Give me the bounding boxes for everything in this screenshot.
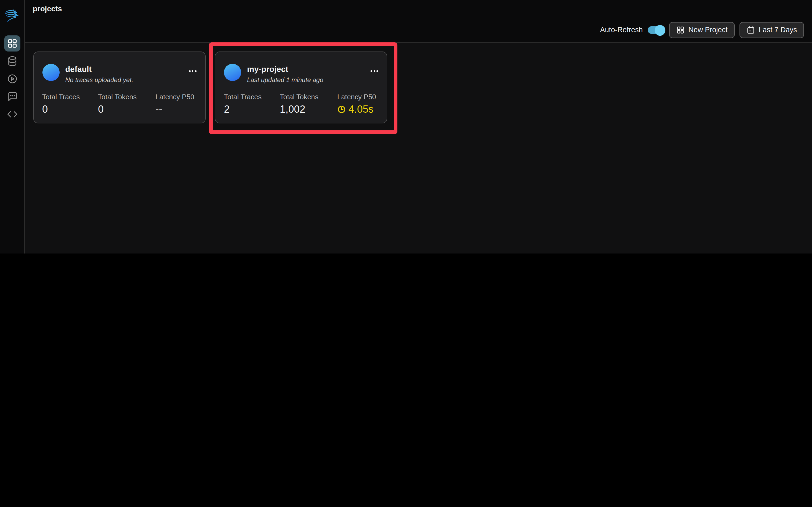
projects-grid: default No traces uploaded yet. Total Tr… [25, 43, 812, 253]
project-card-my-project[interactable]: my-project Last updated 1 minute ago Tot… [215, 52, 387, 123]
stat-total-tokens: Total Tokens 0 [98, 93, 155, 115]
app-window: projects Auto-Refresh New Project Last 7… [0, 0, 812, 253]
project-stats: Total Traces 0 Total Tokens 0 Latency P5… [42, 93, 196, 115]
code-icon [7, 109, 17, 120]
project-name: default [65, 65, 134, 73]
stat-latency-p50: Latency P50 -- [155, 93, 196, 115]
project-menu-button[interactable] [189, 68, 196, 73]
layout-grid-icon [7, 38, 17, 49]
database-icon [7, 56, 17, 66]
date-range-button[interactable]: Last 7 Days [739, 22, 804, 38]
stat-total-traces: Total Traces 0 [42, 93, 98, 115]
ellipsis-icon [189, 70, 190, 72]
project-subtitle: No traces uploaded yet. [65, 76, 134, 84]
play-circle-icon [7, 73, 17, 84]
auto-refresh-label: Auto-Refresh [600, 26, 643, 34]
sidebar-item-apis[interactable] [4, 106, 20, 122]
project-card-default[interactable]: default No traces uploaded yet. Total Tr… [33, 52, 205, 123]
sidebar-item-prompts[interactable] [4, 89, 20, 105]
chat-bubble-dots-icon [7, 91, 17, 102]
toggle-knob [655, 25, 665, 36]
project-subtitle: Last updated 1 minute ago [247, 76, 323, 84]
stat-total-traces: Total Traces 2 [224, 93, 280, 115]
clock-icon [337, 105, 346, 114]
sidebar [0, 0, 25, 253]
stat-total-tokens: Total Tokens 1,002 [280, 93, 337, 115]
toolbar: Auto-Refresh New Project Last 7 Days [25, 17, 812, 43]
project-avatar [42, 64, 59, 81]
auto-refresh-toggle[interactable] [648, 26, 664, 34]
sidebar-item-datasets[interactable] [4, 53, 20, 69]
date-range-label: Last 7 Days [759, 26, 797, 34]
phoenix-logo [4, 7, 20, 25]
page-title: projects [33, 4, 62, 13]
sidebar-item-projects[interactable] [4, 36, 20, 52]
new-project-label: New Project [689, 26, 728, 34]
sidebar-nav-top [0, 36, 24, 122]
sidebar-item-playground[interactable] [4, 71, 20, 87]
project-menu-button[interactable] [370, 68, 378, 73]
ellipsis-icon [370, 70, 372, 72]
calendar-icon [746, 25, 755, 34]
layout-grid-icon [676, 25, 685, 34]
page-header: projects [25, 0, 812, 17]
project-name: my-project [247, 65, 323, 73]
project-avatar [224, 64, 241, 81]
stat-latency-p50: Latency P50 4.05s [337, 93, 378, 115]
new-project-button[interactable]: New Project [669, 22, 735, 38]
project-stats: Total Traces 2 Total Tokens 1,002 Latenc… [224, 93, 378, 115]
